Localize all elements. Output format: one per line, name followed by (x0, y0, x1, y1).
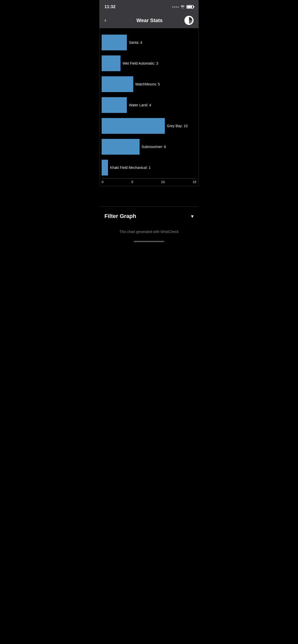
bar-label: Water Land: 4 (129, 103, 151, 107)
bar-fill (102, 97, 127, 113)
bar-fill (102, 118, 165, 134)
x-axis-label: 15 (193, 180, 196, 184)
filter-chevron-icon: ▾ (191, 213, 194, 219)
bar-label: Khaki Field Mechanical: 1 (110, 166, 151, 170)
bar-fill (102, 35, 127, 50)
bar-fill (102, 139, 140, 155)
bar-label: Santa: 4 (129, 40, 142, 45)
bar-wrapper: WatchMoons: 5 (102, 76, 196, 92)
bar-row: Khaki Field Mechanical: 1 (102, 157, 196, 178)
wifi-icon (180, 5, 185, 9)
bar-row: WatchMoons: 5 (102, 74, 196, 94)
page-title: Wear Stats (115, 18, 184, 23)
bar-label: Submooriner: 6 (142, 145, 166, 149)
bar-fill (102, 160, 108, 175)
chart-container: Santa: 4 Wet Field Automatic: 3 WatchMoo… (99, 28, 199, 186)
signal-icon (172, 6, 179, 8)
status-time: 11:32 (104, 4, 115, 9)
x-axis-label: 0 (102, 180, 103, 184)
bar-row: Wet Field Automatic: 3 (102, 53, 196, 74)
scroll-indicator (134, 241, 164, 242)
status-icons (172, 5, 194, 9)
bar-label: WatchMoons: 5 (135, 82, 160, 86)
bar-label: Wet Field Automatic: 3 (123, 61, 158, 65)
x-axis-label: 5 (131, 180, 133, 184)
bar-row: Submooriner: 6 (102, 137, 196, 157)
bar-fill (102, 76, 133, 92)
nav-bar: ‹ Wear Stats (99, 13, 199, 28)
bar-fill (102, 55, 120, 71)
bar-label: Grey Bay: 10 (167, 124, 188, 128)
spacer (99, 186, 199, 207)
bar-row: Santa: 4 (102, 32, 196, 53)
bar-row: Grey Bay: 10 (102, 116, 196, 136)
stats-icon[interactable] (184, 16, 194, 25)
x-axis-label: 10 (161, 180, 165, 184)
bar-wrapper: Submooriner: 6 (102, 139, 196, 155)
back-button[interactable]: ‹ (104, 17, 115, 24)
battery-icon (186, 5, 194, 9)
status-bar: 11:32 (99, 0, 199, 13)
bar-wrapper: Wet Field Automatic: 3 (102, 55, 196, 71)
footer-text: This chart generated with WristCheck (99, 226, 199, 239)
bar-wrapper: Khaki Field Mechanical: 1 (102, 160, 196, 175)
bar-row: Water Land: 4 (102, 95, 196, 115)
chart-area: Santa: 4 Wet Field Automatic: 3 WatchMoo… (102, 32, 196, 178)
filter-section[interactable]: Filter Graph ▾ (99, 207, 199, 226)
bar-wrapper: Santa: 4 (102, 35, 196, 50)
bar-wrapper: Water Land: 4 (102, 97, 196, 113)
filter-label: Filter Graph (104, 213, 136, 219)
bar-wrapper: Grey Bay: 10 (102, 118, 196, 134)
x-axis: 051015 (102, 178, 196, 184)
